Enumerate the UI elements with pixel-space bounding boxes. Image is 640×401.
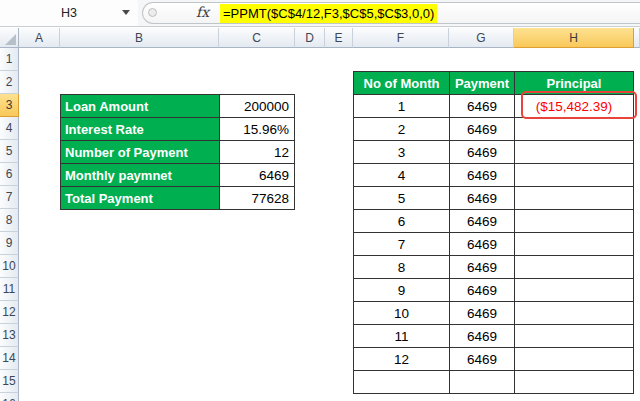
schedule-principal-cell[interactable]: ($15,482.39)	[515, 95, 634, 118]
select-all-corner[interactable]	[0, 28, 19, 48]
name-box-dropdown-icon[interactable]	[122, 10, 130, 15]
name-box[interactable]: H3	[0, 0, 138, 26]
row-header-8[interactable]: 8	[0, 209, 19, 232]
row-header-9[interactable]: 9	[0, 232, 19, 255]
schedule-month-cell[interactable]: 11	[354, 325, 450, 348]
schedule-payment-cell[interactable]: 6469	[450, 187, 515, 210]
schedule-payment-cell[interactable]: 6469	[450, 164, 515, 187]
loan-value-cell[interactable]: 200000	[220, 95, 295, 118]
schedule-principal-cell[interactable]	[515, 164, 634, 187]
column-header-B[interactable]: B	[60, 28, 219, 48]
schedule-payment-cell[interactable]: 6469	[450, 256, 515, 279]
schedule-month-cell[interactable]: 9	[354, 279, 450, 302]
column-header-F[interactable]: F	[353, 28, 449, 48]
schedule-principal-cell[interactable]	[515, 279, 634, 302]
row-header-4[interactable]: 4	[0, 117, 19, 140]
loan-label-cell[interactable]: Monthly paymnet	[61, 164, 220, 187]
schedule-month-cell[interactable]: 2	[354, 118, 450, 141]
schedule-month-cell[interactable]: 5	[354, 187, 450, 210]
schedule-payment-cell[interactable]: 6469	[450, 95, 515, 118]
row-header-15[interactable]: 15	[0, 370, 19, 393]
row-header-13[interactable]: 13	[0, 324, 19, 347]
column-header-G[interactable]: G	[449, 28, 514, 48]
schedule-table: No of MonthPaymentPrincipal16469($15,482…	[353, 71, 634, 394]
formula-input[interactable]: =PPMT($C$4/12,F3,$C$5,$C$3,0,0)	[220, 4, 437, 23]
loan-value-cell[interactable]: 77628	[220, 187, 295, 210]
schedule-header-cell[interactable]: Principal	[515, 72, 634, 95]
schedule-month-cell[interactable]: 10	[354, 302, 450, 325]
schedule-month-cell[interactable]	[354, 371, 450, 394]
row-header-12[interactable]: 12	[0, 301, 19, 324]
schedule-principal-cell[interactable]	[515, 118, 634, 141]
schedule-principal-cell[interactable]	[515, 233, 634, 256]
loan-label-cell[interactable]: Loan Amount	[61, 95, 220, 118]
schedule-header-cell[interactable]: No of Month	[354, 72, 450, 95]
loan-value-cell[interactable]: 12	[220, 141, 295, 164]
schedule-payment-cell[interactable]: 6469	[450, 348, 515, 371]
schedule-month-cell[interactable]: 3	[354, 141, 450, 164]
row-header-10[interactable]: 10	[0, 255, 19, 278]
row-header-11[interactable]: 11	[0, 278, 19, 301]
schedule-month-cell[interactable]: 7	[354, 233, 450, 256]
spreadsheet-window: H3 fx =PPMT($C$4/12,F3,$C$5,$C$3,0,0) AB…	[0, 0, 640, 401]
schedule-principal-cell[interactable]	[515, 325, 634, 348]
formula-bar-splitter-knob[interactable]	[148, 8, 157, 17]
column-header-H[interactable]: H	[514, 28, 634, 48]
schedule-payment-cell[interactable]: 6469	[450, 279, 515, 302]
schedule-month-cell[interactable]: 4	[354, 164, 450, 187]
schedule-principal-cell[interactable]	[515, 302, 634, 325]
schedule-payment-cell[interactable]: 6469	[450, 233, 515, 256]
schedule-payment-cell[interactable]: 6469	[450, 210, 515, 233]
row-header-14[interactable]: 14	[0, 347, 19, 370]
column-header-C[interactable]: C	[219, 28, 295, 48]
schedule-payment-cell[interactable]	[450, 371, 515, 394]
schedule-payment-cell[interactable]: 6469	[450, 141, 515, 164]
insert-function-icon[interactable]: fx	[196, 4, 209, 20]
loan-value-cell[interactable]: 6469	[220, 164, 295, 187]
loan-summary-table: Loan Amount200000Interest Rate15.96%Numb…	[60, 94, 295, 210]
schedule-payment-cell[interactable]: 6469	[450, 302, 515, 325]
column-header-A[interactable]: A	[19, 28, 60, 48]
schedule-principal-cell[interactable]	[515, 371, 634, 394]
schedule-principal-cell[interactable]	[515, 210, 634, 233]
row-header-2[interactable]: 2	[0, 71, 19, 94]
schedule-header-cell[interactable]: Payment	[450, 72, 515, 95]
schedule-principal-cell[interactable]	[515, 256, 634, 279]
schedule-month-cell[interactable]: 8	[354, 256, 450, 279]
row-header-6[interactable]: 6	[0, 163, 19, 186]
select-all-triangle-icon	[5, 34, 16, 45]
schedule-payment-cell[interactable]: 6469	[450, 325, 515, 348]
formula-bar: H3 fx =PPMT($C$4/12,F3,$C$5,$C$3,0,0)	[0, 0, 640, 27]
schedule-payment-cell[interactable]: 6469	[450, 118, 515, 141]
schedule-month-cell[interactable]: 6	[354, 210, 450, 233]
loan-label-cell[interactable]: Interest Rate	[61, 118, 220, 141]
schedule-principal-cell[interactable]	[515, 187, 634, 210]
schedule-principal-cell[interactable]	[515, 141, 634, 164]
column-header-E[interactable]: E	[325, 28, 353, 48]
loan-value-cell[interactable]: 15.96%	[220, 118, 295, 141]
column-header-partial[interactable]	[634, 28, 640, 48]
schedule-month-cell[interactable]: 12	[354, 348, 450, 371]
row-header-1[interactable]: 1	[0, 48, 19, 71]
loan-label-cell[interactable]: Number of Payment	[61, 141, 220, 164]
row-header-3[interactable]: 3	[0, 94, 19, 117]
row-header-5[interactable]: 5	[0, 140, 19, 163]
schedule-principal-cell[interactable]	[515, 348, 634, 371]
name-box-value: H3	[61, 6, 77, 20]
schedule-month-cell[interactable]: 1	[354, 95, 450, 118]
row-header-16[interactable]: 16	[0, 393, 19, 401]
column-header-D[interactable]: D	[295, 28, 325, 48]
row-header-7[interactable]: 7	[0, 186, 19, 209]
loan-label-cell[interactable]: Total Payment	[61, 187, 220, 210]
